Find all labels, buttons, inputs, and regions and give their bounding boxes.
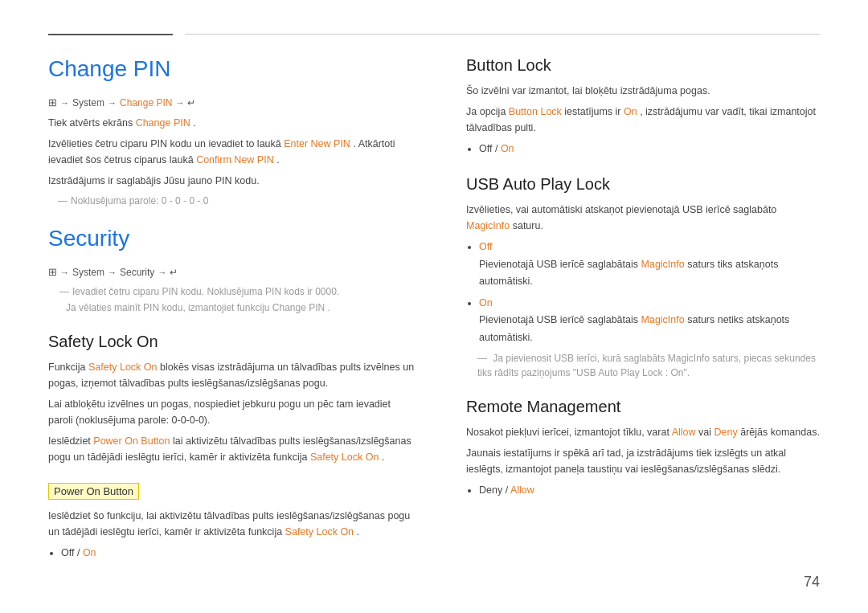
security-title: Security [48, 226, 418, 251]
usb-note-end: ". [683, 367, 690, 378]
button-lock-bullet-link: On [501, 143, 514, 154]
usb-bullet-on: On Pievienotajā USB ierīcē saglabātais M… [479, 295, 820, 346]
confirm-new-pin-link: Confirm New PIN [196, 154, 274, 166]
sec-enter-icon: ↵ [170, 267, 178, 278]
usb-bullet-list: Off Pievienotajā USB ierīcē saglabātais … [479, 239, 820, 346]
button-lock-body2-mid: iestatījums ir [564, 106, 620, 117]
sec-menu-system: System [72, 267, 104, 278]
usb-off-desc-pre: Pievienotajā USB ierīcē saglabātais [479, 259, 638, 270]
usb-off-magicinfo-link: MagicInfo [641, 259, 685, 270]
power-on-button-highlight: Power On Button [48, 483, 139, 500]
security-change-pin-link: Change PIN [272, 302, 325, 313]
page-number: 74 [804, 574, 820, 591]
safety-lock-body3-end: . [382, 452, 384, 463]
change-pin-instruction2: Izstrādājums ir saglabājis Jūsu jauno PI… [48, 173, 418, 189]
menu-icon: ⊞ [48, 96, 57, 108]
safety-lock-body1-pre: Funkcija [48, 362, 86, 373]
change-pin-menu-path: ⊞ → System → Change PIN → ↵ [48, 96, 418, 108]
security-note2: Ja vēlaties mainīt PIN kodu, izmantojiet… [66, 300, 418, 315]
usb-off-link: Off [479, 241, 492, 252]
remote-management-body2: Jaunais iestatījums ir spēkā arī tad, ja… [466, 445, 820, 477]
button-lock-link: Button Lock [509, 106, 562, 117]
button-lock-section: Button Lock Šo izvēlni var izmantot, lai… [466, 56, 820, 157]
usb-note-link2: USB Auto Play Lock : On [576, 367, 683, 378]
rm-body1-pre: Nosakot piekļuvi ierīcei, izmantojot tīk… [466, 427, 669, 438]
usb-auto-play-section: USB Auto Play Lock Izvēlieties, vai auto… [466, 175, 820, 380]
security-note2-end: . [328, 302, 330, 313]
security-menu-path: ⊞ → System → Security → ↵ [48, 266, 418, 278]
arrow3: → [175, 98, 184, 108]
usb-note-magicinfo-link: MagicInfo [668, 353, 710, 364]
arrow2: → [108, 98, 117, 108]
button-lock-bullet-list: Off / On [479, 141, 820, 157]
rm-body1-post: ārējās komandas. [740, 427, 820, 438]
button-lock-body2-pre: Ja opcija [466, 106, 506, 117]
change-pin-note: Noklusējuma parole: 0 - 0 - 0 - 0 [58, 194, 418, 208]
power-on-bullet-pre: Off / [61, 547, 80, 558]
button-lock-bullet-pre: Off / [479, 143, 497, 154]
safety-lock-body3-pre: Ieslēdziet [48, 435, 91, 447]
screen-link: Change PIN [136, 117, 190, 129]
change-pin-title: Change PIN [48, 56, 418, 82]
menu-system: System [72, 97, 104, 108]
security-menu-icon: ⊞ [48, 266, 57, 278]
safety-lock-title: Safety Lock On [48, 333, 418, 351]
instruction1-pre: Izvēlieties četru ciparu PIN kodu un iev… [48, 138, 281, 149]
sec-menu-security: Security [120, 267, 154, 278]
remote-management-title: Remote Management [466, 398, 820, 416]
rm-bullet-pre: Deny / [479, 484, 508, 496]
button-lock-title: Button Lock [466, 56, 820, 75]
power-on-body1-end: . [357, 526, 359, 537]
sec-arrow2: → [108, 268, 117, 277]
rm-deny-link: Deny [714, 427, 738, 438]
usb-body1-post: saturu. [513, 220, 543, 231]
sec-arrow1: → [60, 268, 69, 277]
security-note2-pre: Ja vēlaties mainīt PIN kodu, izmantojiet… [66, 302, 269, 313]
usb-on-link: On [479, 297, 493, 309]
usb-on-magicinfo-link: MagicInfo [641, 314, 685, 325]
remote-management-body1: Nosakot piekļuvi ierīcei, izmantojot tīk… [466, 424, 820, 440]
usb-note: Ja pievienosit USB ierīci, kurā saglabāt… [477, 351, 820, 380]
usb-auto-play-title: USB Auto Play Lock [466, 175, 820, 194]
button-lock-body2: Ja opcija Button Lock iestatījums ir On … [466, 104, 820, 136]
button-lock-bullet-item: Off / On [479, 141, 820, 157]
power-on-bullet-list: Off / On [61, 545, 418, 562]
safety-lock-body2: Lai atbloķētu izvēlnes un pogas, nospied… [48, 396, 418, 428]
change-pin-screen-text: Tiek atvērts ekrāns Change PIN . [48, 115, 418, 131]
change-pin-section: Change PIN ⊞ → System → Change PIN → ↵ T… [48, 56, 418, 208]
safety-lock-link: Safety Lock On [88, 362, 157, 373]
menu-change-pin: Change PIN [120, 97, 172, 108]
security-section: Security ⊞ → System → Security → ↵ Ievad… [48, 226, 418, 315]
power-on-bullet-item: Off / On [61, 545, 418, 562]
enter-new-pin-link: Enter New PIN [284, 138, 350, 149]
right-column: Button Lock Šo izvēlni var izmantot, lai… [466, 56, 820, 579]
remote-management-section: Remote Management Nosakot piekļuvi ierīc… [466, 398, 820, 499]
change-pin-instruction1: Izvēlieties četru ciparu PIN kodu un iev… [48, 136, 418, 168]
usb-body1-pre: Izvēlieties, vai automātiski atskaņot pi… [466, 204, 776, 215]
usb-body1: Izvēlieties, vai automātiski atskaņot pi… [466, 202, 820, 234]
remote-management-bullet-list: Deny / Allow [479, 482, 820, 499]
usb-note-pre: Ja pievienosit USB ierīci, kurā saglabāt… [493, 353, 665, 364]
safety-lock-body1: Funkcija Safety Lock On blokēs visas izs… [48, 359, 418, 391]
power-on-button-body1: Ieslēdziet šo funkciju, lai aktivizētu t… [48, 508, 418, 540]
enter-icon: ↵ [187, 97, 195, 108]
top-line-left [48, 34, 173, 35]
rm-body1-mid: vai [698, 427, 711, 438]
page-container: Change PIN ⊞ → System → Change PIN → ↵ T… [0, 0, 868, 613]
instruction1-end: . [276, 154, 279, 166]
safety-lock-section: Safety Lock On Funkcija Safety Lock On b… [48, 333, 418, 465]
power-on-bullet-link: On [83, 547, 96, 558]
left-column: Change PIN ⊞ → System → Change PIN → ↵ T… [48, 56, 418, 579]
button-lock-on-link: On [624, 106, 637, 117]
rm-bullet-item: Deny / Allow [479, 482, 820, 499]
usb-magicinfo-link1: MagicInfo [466, 220, 510, 231]
usb-on-desc-pre: Pievienotajā USB ierīcē saglabātais [479, 314, 638, 325]
safety-lock-link2: Safety Lock On [310, 452, 379, 463]
rm-bullet-allow-link: Allow [510, 484, 534, 496]
safety-lock-body3: Ieslēdziet Power On Button lai aktivizēt… [48, 433, 418, 465]
top-line-right [185, 34, 820, 35]
screen-opens-text: Tiek atvērts ekrāns [48, 117, 133, 129]
power-on-button-section: Power On Button Ieslēdziet šo funkciju, … [48, 483, 418, 562]
power-on-button-link: Power On Button [93, 435, 170, 447]
power-on-safety-lock-link: Safety Lock On [285, 526, 354, 537]
